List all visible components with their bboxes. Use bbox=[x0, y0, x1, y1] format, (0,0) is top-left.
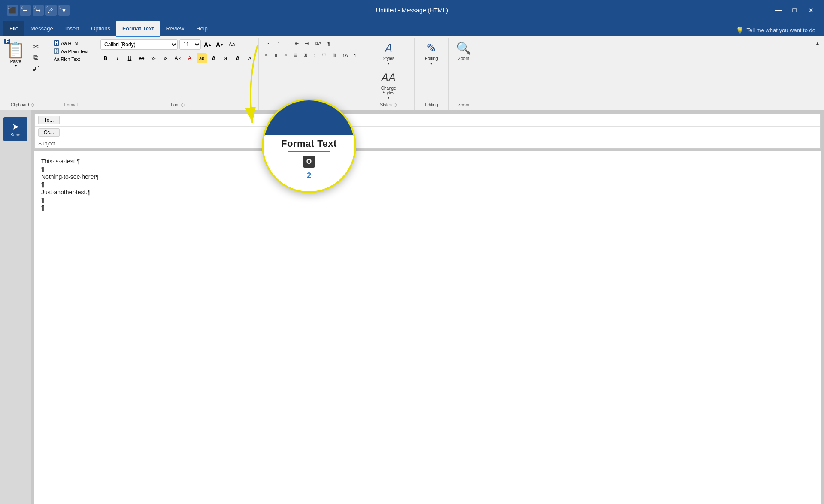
body-line-7: ¶ bbox=[41, 204, 814, 211]
bold-button[interactable]: B bbox=[100, 53, 111, 63]
qa-item-1[interactable]: 1 ⬛ bbox=[7, 5, 18, 16]
superscript-button[interactable]: x² bbox=[161, 53, 171, 63]
bullets-button[interactable]: ≡• bbox=[262, 40, 272, 48]
style-buttons: 𝘈 Styles ▾ 𝘈𝘈 ChangeStyles ▾ bbox=[379, 39, 399, 102]
format-painter-button[interactable]: 🖌 bbox=[30, 63, 42, 74]
editing-arrow: ▾ bbox=[430, 62, 432, 66]
qa-item-2[interactable]: 2 ↩ bbox=[20, 5, 31, 16]
font-expand-icon[interactable]: ⬡ bbox=[181, 103, 185, 107]
show-formatting-button[interactable]: ¶ bbox=[325, 40, 333, 48]
qa-btn-5[interactable]: 5 ▼ bbox=[58, 5, 70, 16]
tab-file[interactable]: File bbox=[3, 21, 24, 36]
tab-insert[interactable]: Insert bbox=[59, 21, 85, 36]
email-body[interactable]: This·is·a·test.¶ ¶ Nothing·to·see·here!¶… bbox=[34, 151, 821, 504]
to-input[interactable] bbox=[63, 117, 817, 123]
ribbon-collapse[interactable]: ▲ bbox=[811, 38, 824, 110]
qa-item-4[interactable]: 4 🖊 bbox=[45, 5, 57, 16]
rich-label: Aa Rich Text bbox=[54, 57, 80, 62]
font-name-select[interactable]: Calibri (Body) bbox=[100, 39, 178, 50]
align-center-button[interactable]: ≡ bbox=[272, 51, 280, 59]
paragraph-expand-icon[interactable]: ⬡ bbox=[320, 103, 323, 107]
body-line-6: ¶ bbox=[41, 196, 814, 204]
cc-button[interactable]: Cc... bbox=[38, 128, 60, 137]
change-case-button[interactable]: Aa bbox=[227, 39, 237, 50]
email-container: To... Cc... Subject This·is·a·test.¶ ¶ N… bbox=[31, 110, 824, 504]
qa-btn-4[interactable]: 4 🖊 bbox=[45, 5, 57, 16]
sort-button[interactable]: ⇅A bbox=[312, 39, 324, 48]
qa-btn-1[interactable]: 1 ⬛ bbox=[7, 5, 18, 16]
italic-button[interactable]: I bbox=[112, 53, 123, 63]
body-line-5: Just·another·test.¶ bbox=[41, 188, 814, 196]
subscript-button[interactable]: x₂ bbox=[148, 53, 159, 63]
highlight-button[interactable]: ab bbox=[197, 53, 207, 63]
shrink-font-button[interactable]: A bbox=[245, 53, 255, 63]
change-styles-arrow: ▾ bbox=[388, 96, 389, 100]
tab-options[interactable]: Options bbox=[85, 21, 116, 36]
clipboard-label: Clipboard ⬡ bbox=[11, 102, 34, 108]
font-color-button[interactable]: A bbox=[185, 53, 195, 63]
close-button[interactable]: ✕ bbox=[804, 4, 817, 17]
send-area: ➤ Send bbox=[0, 110, 31, 504]
numbering-button[interactable]: ≡1 bbox=[273, 40, 283, 48]
sort2-button[interactable]: ↕A bbox=[340, 51, 351, 59]
tab-format-text[interactable]: Format Text bbox=[116, 21, 160, 36]
zoom-button[interactable]: 🔍 Zoom bbox=[454, 39, 474, 63]
subject-field: Subject bbox=[35, 139, 820, 148]
underline-button[interactable]: U bbox=[124, 53, 135, 63]
plain-format-item[interactable]: N Aa Plain Text bbox=[52, 48, 90, 55]
font-lowercase-button[interactable]: a bbox=[221, 53, 231, 63]
paste-button[interactable]: F 📋 Paste ▾ bbox=[3, 39, 28, 69]
change-styles-button[interactable]: 𝘈𝘈 ChangeStyles ▾ bbox=[379, 69, 399, 102]
styles-dropdown-arrow: ▾ bbox=[388, 62, 389, 66]
shading-button[interactable]: ▥ bbox=[330, 51, 339, 59]
cut-button[interactable]: ✂ bbox=[30, 41, 42, 51]
increase-indent-button[interactable]: ⇥ bbox=[302, 39, 311, 48]
tab-help[interactable]: Help bbox=[190, 21, 214, 36]
font-grow-button[interactable]: A▲ bbox=[203, 39, 213, 50]
title-bar: 1 ⬛ 2 ↩ 3 ↪ 4 🖊 bbox=[0, 0, 824, 21]
ribbon-tabs: File Message Insert Options Format Text … bbox=[0, 21, 824, 36]
font-label: Font ⬡ bbox=[171, 102, 185, 108]
justify-button[interactable]: ▤ bbox=[291, 51, 300, 59]
font-shrink-button[interactable]: A▼ bbox=[215, 39, 225, 50]
styles-label: Styles ⬡ bbox=[380, 102, 397, 108]
paragraph-group: ≡• ≡1 ≡ ⇤ ⇥ ⇅A ¶ ⇤ ≡ ⇥ ▤ ⊞ ↕ ⬚ ▥ ↕A ¶ bbox=[259, 38, 363, 110]
columns-button[interactable]: ⊞ bbox=[301, 51, 310, 59]
title-bar-right: ― □ ✕ bbox=[772, 4, 817, 17]
styles-expand-icon[interactable]: ⬡ bbox=[394, 103, 397, 107]
clear-formatting-button[interactable]: A✕ bbox=[173, 53, 183, 63]
cc-input[interactable] bbox=[63, 130, 817, 136]
copy-button[interactable]: ⧉ bbox=[30, 52, 42, 63]
line-spacing-button[interactable]: ↕ bbox=[311, 51, 318, 59]
rich-format-item[interactable]: Aa Rich Text bbox=[52, 56, 90, 63]
content-wrapper: ➤ Send To... Cc... Subject bbox=[0, 110, 824, 504]
tab-message[interactable]: Message bbox=[24, 21, 59, 36]
tab-review[interactable]: Review bbox=[160, 21, 190, 36]
clipboard-expand-icon[interactable]: ⬡ bbox=[31, 103, 34, 107]
qa-btn-2[interactable]: 2 ↩ bbox=[20, 5, 31, 16]
editing-button[interactable]: ✎ Editing ▾ bbox=[422, 39, 441, 67]
borders-button[interactable]: ⬚ bbox=[319, 51, 329, 59]
multilevel-list-button[interactable]: ≡ bbox=[283, 40, 291, 48]
collapse-ribbon-button[interactable]: ▲ bbox=[813, 39, 822, 47]
strikethrough-button[interactable]: ab bbox=[136, 53, 147, 63]
styles-button[interactable]: 𝘈 Styles ▾ bbox=[380, 39, 397, 67]
align-right-button[interactable]: ⇥ bbox=[281, 51, 290, 59]
html-format-item[interactable]: H Aa HTML bbox=[52, 39, 90, 47]
zoom-label: Zoom bbox=[458, 56, 469, 61]
subject-input[interactable] bbox=[63, 141, 817, 147]
qa-item-3[interactable]: 3 ↪ bbox=[33, 5, 44, 16]
minimize-button[interactable]: ― bbox=[772, 4, 785, 17]
align-left-button[interactable]: ⇤ bbox=[262, 51, 271, 59]
qa-btn-3[interactable]: 3 ↪ bbox=[33, 5, 44, 16]
grow-font-button[interactable]: A bbox=[233, 53, 243, 63]
to-button[interactable]: To... bbox=[38, 116, 60, 124]
font-size-select[interactable]: 11 bbox=[179, 39, 201, 50]
restore-button[interactable]: □ bbox=[788, 4, 801, 17]
send-button[interactable]: ➤ Send bbox=[3, 117, 27, 141]
decrease-indent-button[interactable]: ⇤ bbox=[292, 39, 301, 48]
font-uppercase-button[interactable]: A bbox=[209, 53, 219, 63]
para-mark-button[interactable]: ¶ bbox=[351, 51, 359, 59]
tell-me-search[interactable]: 💡 Tell me what you want to do bbox=[730, 24, 821, 36]
qa-item-5[interactable]: 5 ▼ bbox=[58, 5, 70, 16]
